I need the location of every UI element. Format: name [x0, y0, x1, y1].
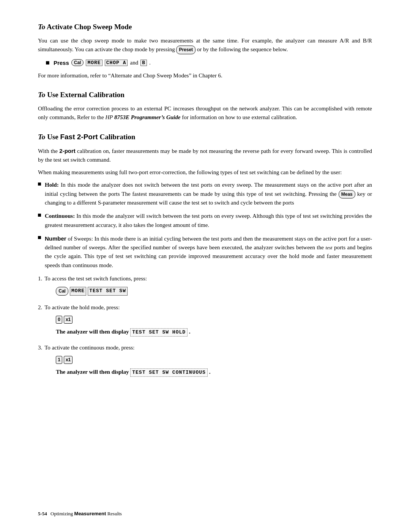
list-item-hold: Hold: In this mode the analyzer does not…: [38, 181, 372, 207]
heading-rest-1: Activate Chop Sweep Mode: [45, 23, 132, 31]
period: .: [149, 60, 151, 66]
heading-fast-2-port: To Use Fast 2-Port Calibration: [38, 133, 372, 141]
list-item-number: Number of Sweeps: In this mode there is …: [38, 234, 372, 270]
hp-ref: HP 8753E: [105, 114, 129, 120]
key-test-set-sw: TEST SET SW: [88, 287, 128, 295]
display-line-cont: The analyzer will then display TEST SET …: [56, 368, 210, 377]
key-preset: Preset: [176, 46, 196, 54]
key-0: 0: [56, 316, 62, 324]
key-chop-a: CHOP A: [105, 60, 128, 66]
heading-calibration: Calibration: [98, 133, 136, 141]
para-chop-2: For more information, refer to “Alternat…: [38, 71, 372, 80]
step-text-3: To activate the continuous mode, press: …: [44, 343, 210, 380]
key-cal-chop: Cal: [71, 59, 84, 66]
heading-to-2: To: [38, 91, 45, 99]
step-3: 3. To activate the continuous mode, pres…: [38, 343, 372, 380]
bullet-square-icon-3: [38, 236, 41, 239]
bullet-list: Hold: In this mode the analyzer does not…: [38, 181, 372, 270]
li-content-continuous: Continuous: In this mode the analyzer wi…: [45, 212, 372, 230]
key-x1-2: x1: [64, 316, 73, 324]
step-text-2: To activate the hold mode, press: 0 x1 T…: [44, 303, 190, 340]
continuous-label: Continuous:: [45, 213, 75, 219]
step-1: 1. To access the test set switch functio…: [38, 274, 372, 299]
cmd-block-3: 1 x1: [56, 356, 210, 364]
section-fast-2-port: To Use Fast 2-Port Calibration With the …: [38, 133, 372, 380]
step-to-2: To: [44, 304, 50, 310]
page-ref: 5-54: [38, 511, 47, 517]
key-meas: Meas: [339, 190, 355, 199]
number-label: Number: [45, 235, 66, 242]
bullet-square-icon: ■: [46, 59, 50, 67]
key-x1-3: x1: [64, 356, 73, 364]
heading-to-3: To: [38, 133, 45, 141]
para-ext-cal: Offloading the error correction process …: [38, 104, 372, 122]
section-chop-sweep: To Activate Chop Sweep Mode You can use …: [38, 23, 372, 80]
footer-text: Optimizing Measurement Results: [49, 511, 122, 517]
para-fast-2: When making measurements using full two-…: [38, 168, 372, 177]
bullet-square-icon-1: [38, 183, 41, 186]
list-item-continuous: Continuous: In this mode the analyzer wi…: [38, 212, 372, 230]
cmd-block-1: Cal MORE TEST SET SW: [56, 287, 147, 296]
key-more-chop: MORE: [86, 60, 102, 66]
step-text-1: To access the test set switch functions,…: [44, 274, 147, 299]
display-text-hold: The analyzer will then display TEST SET …: [56, 329, 190, 335]
two-port-bold: 2-port: [59, 148, 76, 154]
key-b: B: [140, 60, 147, 66]
step-num-1: 1.: [38, 274, 42, 283]
heading-to-1: To: [38, 23, 45, 31]
li-content-number: Number of Sweeps: In this mode there is …: [45, 234, 372, 270]
display-text-cont: The analyzer will then display TEST SET …: [56, 369, 210, 375]
programmers-guide: Programmer’s Guide: [131, 114, 181, 120]
and-text: and: [130, 60, 138, 66]
bullet-square-icon-2: [38, 214, 41, 217]
press-label: Press: [54, 60, 69, 66]
press-line-chop: ■ Press Cal MORE CHOP A and B .: [46, 59, 372, 67]
heading-chop-sweep: To Activate Chop Sweep Mode: [38, 23, 372, 31]
key-cal-1: Cal: [56, 287, 68, 296]
heading-use: Use: [45, 133, 60, 141]
para-chop-1: You can use the chop sweep mode to make …: [38, 36, 372, 54]
step-2: 2. To activate the hold mode, press: 0 x…: [38, 303, 372, 340]
step-num-2: 2.: [38, 303, 42, 312]
cmd-block-2: 0 x1: [56, 316, 190, 324]
key-more-1: MORE: [70, 287, 86, 295]
key-1: 1: [56, 356, 62, 364]
heading-fast-2-port-text: Fast 2-Port: [60, 133, 98, 141]
para-fast-1: With the 2-port calibration on, faster m…: [38, 146, 372, 165]
step-num-3: 3.: [38, 343, 42, 352]
display-line-hold: The analyzer will then display TEST SET …: [56, 327, 190, 337]
li-content-hold: Hold: In this mode the analyzer does not…: [45, 181, 372, 207]
page: To Activate Chop Sweep Mode You can use …: [0, 0, 410, 532]
footer-results: Results: [106, 511, 122, 516]
heading-rest-2: Use External Calibration: [45, 91, 124, 99]
display-code-hold: TEST SET SW HOLD: [130, 328, 188, 337]
section-external-cal: To Use External Calibration Offloading t…: [38, 91, 372, 122]
hold-label: Hold:: [45, 182, 59, 188]
heading-external-cal: To Use External Calibration: [38, 91, 372, 99]
test-italic: test: [325, 245, 332, 250]
footer: 5-54 Optimizing Measurement Results: [38, 511, 372, 517]
footer-measurement: Measurement: [74, 511, 106, 516]
step-to-3: To: [44, 345, 50, 351]
footer-optimizing: Optimizing: [50, 511, 73, 516]
step-to-1: To: [44, 275, 50, 282]
numbered-list: 1. To access the test set switch functio…: [38, 274, 372, 380]
display-code-cont: TEST SET SW CONTINUOUS: [130, 368, 208, 377]
